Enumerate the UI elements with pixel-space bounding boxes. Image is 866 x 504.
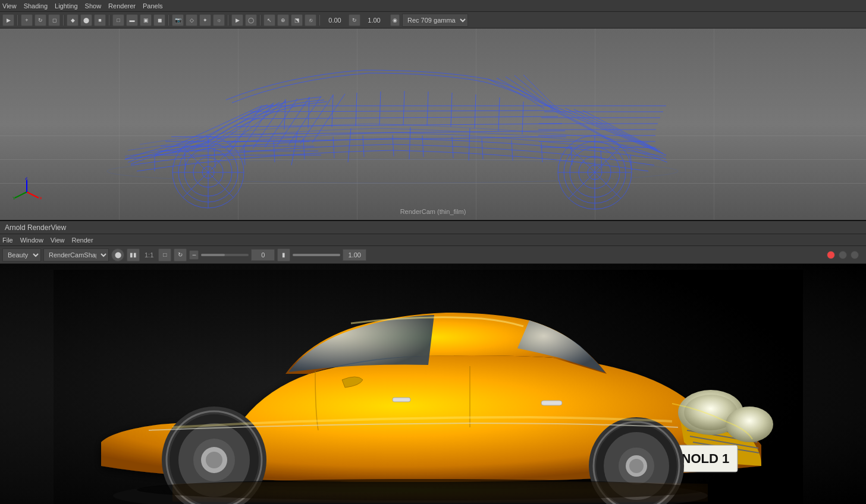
menu-view[interactable]: View xyxy=(2,2,17,10)
renderview-toolbar: Beauty RenderCamShape ⬤ ▮▮ 1:1 □ ↻ − ▮ xyxy=(0,246,866,264)
tb-display4[interactable]: ◼ xyxy=(153,14,165,26)
svg-line-13 xyxy=(523,75,559,111)
svg-line-51 xyxy=(241,116,558,119)
tb-display3[interactable]: ▣ xyxy=(140,14,152,26)
rv-minus-btn[interactable]: − xyxy=(189,250,199,260)
rv-menu-file[interactable]: File xyxy=(2,237,13,244)
renderview-title: Arnold RenderView xyxy=(5,223,66,232)
rv-refresh-btn[interactable]: ↻ xyxy=(174,248,187,262)
svg-text:X: X xyxy=(39,196,42,201)
tb-cam3[interactable]: ✦ xyxy=(199,14,211,26)
rv-menu-render[interactable]: Render xyxy=(72,237,93,244)
tb-cursor3[interactable]: ⬔ xyxy=(291,14,303,26)
rv-ratio-label: 1:1 xyxy=(145,251,153,259)
maya-viewport[interactable]: Channel Box / Layer Editor Modeling Tool… xyxy=(0,29,866,220)
rv-slider2[interactable] xyxy=(293,254,340,256)
svg-point-122 xyxy=(206,452,222,468)
svg-line-72 xyxy=(190,103,274,151)
svg-line-68 xyxy=(409,127,410,159)
toolbar-sep-7 xyxy=(319,15,320,26)
rv-slider2-container xyxy=(293,254,340,256)
tb-cam1[interactable]: 📷 xyxy=(172,14,184,26)
menu-panels[interactable]: Panels xyxy=(143,2,163,10)
rv-render-btn[interactable]: ⬤ xyxy=(111,248,124,262)
tb-display1[interactable]: □ xyxy=(112,14,124,26)
menu-shading[interactable]: Shading xyxy=(24,2,48,10)
svg-line-57 xyxy=(332,94,333,127)
renderview-menubar: File Window View Render xyxy=(0,234,866,246)
renderview-titlebar: Arnold RenderView xyxy=(0,221,866,234)
tb-light[interactable]: ☼ xyxy=(213,14,225,26)
maya-menubar: View Shading Lighting Show Renderer Pane… xyxy=(0,0,866,12)
axis-svg: X Y Z xyxy=(12,177,42,207)
menu-renderer[interactable]: Renderer xyxy=(108,2,136,10)
tb-cursor2[interactable]: ⊕ xyxy=(277,14,289,26)
svg-rect-124 xyxy=(393,398,410,402)
tb-snap3[interactable]: ■ xyxy=(94,14,106,26)
menu-lighting[interactable]: Lighting xyxy=(55,2,78,10)
svg-line-81 xyxy=(556,107,663,153)
rv-slider1[interactable] xyxy=(201,254,249,256)
tb-scale[interactable]: ◻ xyxy=(48,14,60,26)
svg-text:Z: Z xyxy=(25,177,28,181)
rv-menu-view[interactable]: View xyxy=(51,237,65,244)
svg-line-65 xyxy=(522,102,523,134)
svg-line-59 xyxy=(379,92,381,125)
tb-cursor4[interactable]: ⎋ xyxy=(305,14,316,26)
toolbar-sep-3 xyxy=(109,15,109,26)
gamma-select[interactable]: Rec 709 gamma sRGB gamma Linear xyxy=(402,14,468,27)
svg-line-52 xyxy=(235,124,562,127)
gamma-icon[interactable]: ◉ xyxy=(390,14,400,26)
rv-slider1-container: − xyxy=(189,250,249,260)
tb-cursor1[interactable]: ↖ xyxy=(263,14,275,26)
rv-indicator-dots xyxy=(827,251,859,259)
svg-line-6 xyxy=(288,96,321,145)
svg-point-0 xyxy=(107,159,678,183)
tb-val-icon[interactable]: ↻ xyxy=(349,14,360,26)
tb-render1[interactable]: ▶ xyxy=(231,14,243,26)
svg-line-17 xyxy=(244,144,245,165)
rv-pause-btn[interactable]: ▮▮ xyxy=(127,248,140,262)
svg-line-69 xyxy=(469,128,470,160)
rv-dot-2[interactable] xyxy=(839,251,847,259)
tb-select[interactable]: ▶ xyxy=(2,14,14,26)
svg-point-115 xyxy=(629,459,644,473)
tb-val1: 0.00 xyxy=(323,17,347,24)
rv-dot-3[interactable] xyxy=(851,251,859,259)
tb-snap[interactable]: ◆ xyxy=(67,14,79,26)
rv-value1-input[interactable] xyxy=(343,249,366,261)
toolbar-sep-5 xyxy=(228,15,228,26)
rv-color-btn[interactable]: ▮ xyxy=(277,248,290,262)
rv-value0-input[interactable] xyxy=(251,249,275,261)
svg-text:Y: Y xyxy=(12,196,16,201)
tb-val2: 1.00 xyxy=(362,17,386,24)
tb-move[interactable]: + xyxy=(21,14,33,26)
arnold-renderview-section: Arnold RenderView File Window View Rende… xyxy=(0,220,866,504)
rv-beauty-select[interactable]: Beauty xyxy=(2,248,41,262)
tb-display2[interactable]: ▬ xyxy=(126,14,138,26)
tb-render2[interactable]: ◯ xyxy=(245,14,257,26)
maya-viewport-section: View Shading Lighting Show Renderer Pane… xyxy=(0,0,866,220)
tb-cam2[interactable]: ◇ xyxy=(186,14,197,26)
axis-indicator: X Y Z xyxy=(12,177,42,208)
rv-slider1-track xyxy=(201,254,225,256)
wireframe-background: RenderCam (thin_film) X Y Z xyxy=(0,29,866,220)
rv-slider2-track xyxy=(293,254,340,256)
rv-camera-select[interactable]: RenderCamShape xyxy=(43,248,109,262)
toolbar-sep-4 xyxy=(168,15,169,26)
tb-rotate[interactable]: ↻ xyxy=(34,14,46,26)
svg-line-21 xyxy=(363,136,364,157)
svg-line-64 xyxy=(498,97,500,131)
rv-fit-btn[interactable]: □ xyxy=(158,248,171,262)
render-background: ARNOLD 1 xyxy=(0,264,866,504)
rv-dot-1[interactable] xyxy=(827,251,835,259)
svg-line-11 xyxy=(506,77,553,108)
svg-line-22 xyxy=(393,135,394,156)
render-canvas[interactable]: ARNOLD 1 xyxy=(0,264,866,504)
menu-show[interactable]: Show xyxy=(85,2,102,10)
tb-snap2[interactable]: ⬤ xyxy=(80,14,92,26)
viewport-camera-label: RenderCam (thin_film) xyxy=(400,208,466,215)
svg-line-60 xyxy=(403,91,404,125)
gamma-dropdown-container: ◉ Rec 709 gamma sRGB gamma Linear xyxy=(390,14,468,27)
rv-menu-window[interactable]: Window xyxy=(20,237,43,244)
